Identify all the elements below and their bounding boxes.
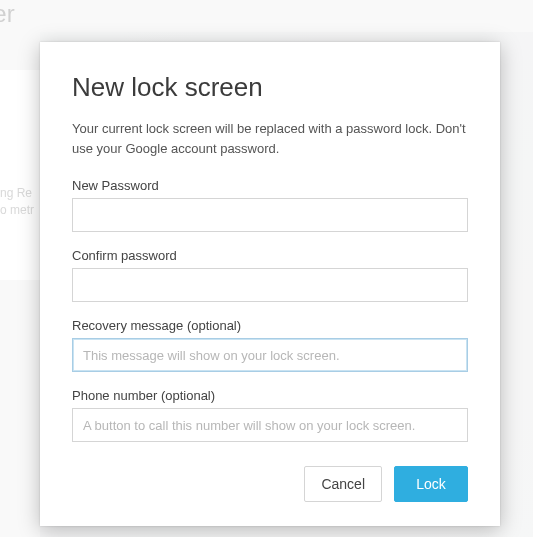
field-new-password: New Password — [72, 178, 468, 232]
dialog-button-row: Cancel Lock — [72, 466, 468, 502]
new-lock-screen-dialog: New lock screen Your current lock screen… — [40, 42, 500, 526]
lock-button[interactable]: Lock — [394, 466, 468, 502]
recovery-message-input[interactable] — [72, 338, 468, 372]
phone-number-input[interactable] — [72, 408, 468, 442]
recovery-message-label: Recovery message (optional) — [72, 318, 468, 333]
field-recovery-message: Recovery message (optional) — [72, 318, 468, 372]
cancel-button[interactable]: Cancel — [304, 466, 382, 502]
field-confirm-password: Confirm password — [72, 248, 468, 302]
confirm-password-label: Confirm password — [72, 248, 468, 263]
field-phone-number: Phone number (optional) — [72, 388, 468, 442]
phone-number-label: Phone number (optional) — [72, 388, 468, 403]
confirm-password-input[interactable] — [72, 268, 468, 302]
dialog-description: Your current lock screen will be replace… — [72, 119, 468, 158]
new-password-label: New Password — [72, 178, 468, 193]
dialog-title: New lock screen — [72, 72, 468, 103]
new-password-input[interactable] — [72, 198, 468, 232]
